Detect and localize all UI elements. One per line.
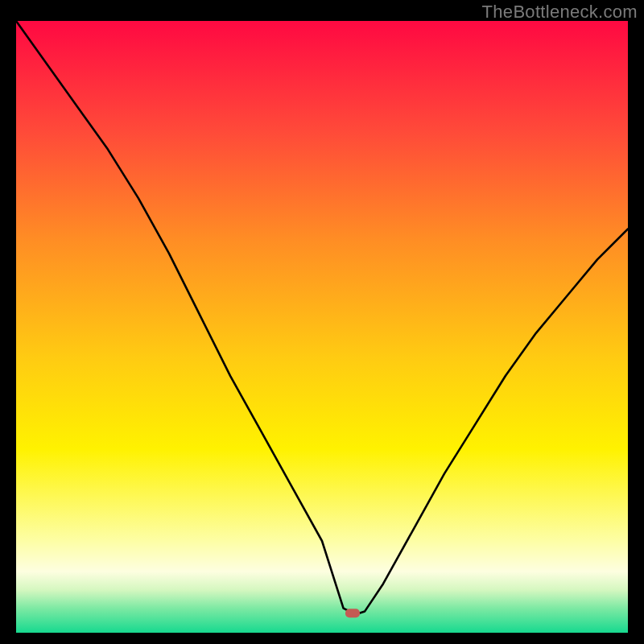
bottleneck-chart-svg [16, 21, 628, 633]
current-position-marker [345, 609, 360, 617]
chart-container: TheBottleneck.com [0, 0, 644, 644]
plot-area [16, 21, 628, 633]
watermark-text: TheBottleneck.com [482, 2, 638, 23]
